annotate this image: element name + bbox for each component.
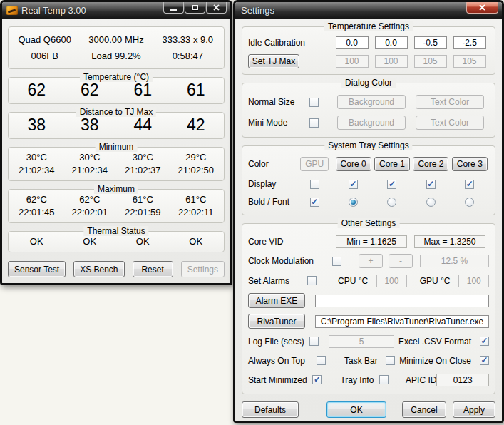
tray-info-label: Tray Info bbox=[340, 375, 379, 385]
core1-min-temp: 30°C bbox=[63, 152, 117, 163]
settings-titlebar[interactable]: Settings bbox=[235, 2, 502, 19]
dialog-color-legend: Dialog Color bbox=[341, 78, 396, 88]
temperature-panel: Temperature (°C) 62 62 61 61 bbox=[8, 77, 225, 104]
ok-button[interactable]: OK bbox=[326, 401, 386, 418]
clock-modulation-checkbox[interactable] bbox=[332, 257, 341, 266]
minimize-icon bbox=[170, 9, 177, 11]
rivatuner-button[interactable]: RivaTuner bbox=[248, 314, 305, 329]
cpu-name: Quad Q6600 bbox=[11, 34, 78, 45]
mini-mode-checkbox[interactable] bbox=[309, 118, 319, 128]
core1-thermal-status: OK bbox=[63, 236, 117, 247]
log-file-checkbox[interactable] bbox=[309, 337, 319, 346]
core1-color-button[interactable]: Core 1 bbox=[374, 157, 410, 171]
core-vid-min-value: Min = 1.1625 bbox=[336, 235, 407, 248]
core2-color-button[interactable]: Core 2 bbox=[413, 157, 448, 171]
cpu-info-panel: Quad Q6600 3000.00 MHz 333.33 x 9.0 006F… bbox=[8, 26, 225, 69]
settings-client-area: Temperature Settings Idle Calibration Se… bbox=[235, 19, 502, 421]
core0-temperature: 62 bbox=[10, 81, 63, 100]
font-core0-radio[interactable] bbox=[349, 198, 358, 207]
apply-button[interactable]: Apply bbox=[453, 401, 495, 418]
cpu-load: Load 99.2% bbox=[78, 51, 154, 61]
normal-size-label: Normal Size bbox=[248, 97, 295, 107]
apic-id-label: APIC ID bbox=[406, 375, 436, 385]
display-core1-checkbox[interactable] bbox=[387, 180, 396, 189]
always-on-top-checkbox[interactable] bbox=[317, 356, 326, 365]
display-core3-checkbox[interactable] bbox=[465, 180, 474, 189]
core0-min-temp: 30°C bbox=[10, 152, 63, 163]
core3-thermal-status: OK bbox=[170, 236, 223, 247]
idle-calibration-core0-input[interactable] bbox=[336, 36, 369, 49]
fsb-multiplier: 333.33 x 9.0 bbox=[155, 34, 221, 45]
core2-max-temp: 61°C bbox=[116, 194, 170, 205]
close-icon bbox=[479, 4, 485, 11]
normal-size-checkbox[interactable] bbox=[309, 98, 319, 107]
rivatuner-path-input[interactable] bbox=[315, 315, 489, 328]
set-alarms-checkbox[interactable] bbox=[307, 276, 317, 285]
tj-max-core1-value: 100 bbox=[375, 55, 408, 68]
idle-calibration-core2-input[interactable] bbox=[414, 36, 447, 49]
core3-min-time: 21:02:50 bbox=[170, 165, 223, 175]
core1-max-temp: 62°C bbox=[63, 194, 117, 205]
mini-background-button: Background bbox=[337, 116, 406, 130]
maximize-button[interactable] bbox=[185, 1, 205, 14]
display-core2-checkbox[interactable] bbox=[426, 180, 436, 189]
core1-temperature: 62 bbox=[63, 81, 117, 100]
font-core3-radio[interactable] bbox=[465, 198, 474, 207]
other-settings-group: Other Settings Core VID Min = 1.1625 Max… bbox=[242, 223, 495, 394]
core3-color-button[interactable]: Core 3 bbox=[452, 157, 488, 171]
realtemp-titlebar[interactable]: Real Temp 3.00 bbox=[2, 2, 230, 19]
start-minimized-checkbox[interactable] bbox=[312, 375, 322, 384]
clock-modulation-label: Clock Modulation bbox=[248, 256, 332, 266]
system-tray-settings-group: System Tray Settings Color GPU Core 0 Co… bbox=[242, 145, 495, 215]
core2-min-time: 21:02:37 bbox=[116, 165, 170, 175]
reset-button[interactable]: Reset bbox=[133, 261, 173, 277]
display-gpu-checkbox[interactable] bbox=[310, 180, 319, 189]
gpu-alarm-label: GPU °C bbox=[420, 276, 451, 286]
cancel-button[interactable]: Cancel bbox=[402, 401, 446, 418]
settings-close-button[interactable] bbox=[466, 1, 498, 14]
gpu-alarm-value: 100 bbox=[458, 275, 489, 287]
font-core1-radio[interactable] bbox=[387, 198, 396, 207]
core3-distance: 42 bbox=[170, 116, 223, 135]
minimize-button[interactable] bbox=[163, 1, 184, 14]
task-bar-checkbox[interactable] bbox=[386, 356, 395, 365]
set-tj-max-button[interactable]: Set TJ Max bbox=[248, 54, 299, 68]
tj-max-core2-value: 105 bbox=[414, 55, 447, 68]
minimize-on-close-checkbox[interactable] bbox=[480, 356, 489, 365]
defaults-button[interactable]: Defaults bbox=[242, 401, 299, 418]
minimum-panel: Minimum 30°C 30°C 30°C 29°C 21:02:34 21:… bbox=[8, 147, 225, 181]
cpuid: 006FB bbox=[11, 51, 78, 61]
task-bar-label: Task Bar bbox=[344, 356, 386, 366]
modulation-plus-button: + bbox=[359, 254, 383, 268]
display-core0-checkbox[interactable] bbox=[349, 180, 358, 189]
csv-format-label: Excel .CSV Format bbox=[398, 337, 471, 347]
realtemp-window-title: Real Temp 3.00 bbox=[21, 5, 86, 16]
idle-calibration-label: Idle Calibration bbox=[248, 38, 332, 48]
idle-calibration-core3-input[interactable] bbox=[453, 36, 486, 49]
other-settings-legend: Other Settings bbox=[338, 218, 400, 228]
tray-display-label: Display bbox=[248, 179, 295, 189]
alarm-exe-button[interactable]: Alarm EXE bbox=[248, 293, 305, 308]
core0-color-button[interactable]: Core 0 bbox=[336, 157, 371, 171]
set-alarms-label: Set Alarms bbox=[248, 276, 307, 286]
csv-format-checkbox[interactable] bbox=[480, 337, 489, 346]
font-core2-radio[interactable] bbox=[426, 198, 436, 207]
alarm-exe-path-input[interactable] bbox=[315, 295, 489, 307]
bold-font-checkbox[interactable] bbox=[310, 198, 319, 207]
cpu-alarm-label: CPU °C bbox=[338, 276, 368, 286]
core3-temperature: 61 bbox=[170, 81, 223, 100]
tj-max-core0-value: 100 bbox=[336, 55, 369, 68]
dialog-color-group: Dialog Color Normal Size Background Text… bbox=[242, 83, 495, 138]
tray-info-checkbox[interactable] bbox=[379, 375, 389, 384]
xs-bench-button[interactable]: XS Bench bbox=[73, 261, 124, 277]
idle-calibration-core1-input[interactable] bbox=[375, 36, 408, 49]
temperature-settings-legend: Temperature Settings bbox=[324, 21, 413, 31]
realtemp-client-area: Quad Q6600 3000.00 MHz 333.33 x 9.0 006F… bbox=[2, 19, 230, 283]
start-minimized-label: Start Minimized bbox=[248, 375, 312, 385]
temperature-panel-legend: Temperature (°C) bbox=[80, 72, 153, 82]
core0-distance: 38 bbox=[10, 116, 63, 135]
tray-color-label: Color bbox=[248, 159, 295, 169]
distance-tjmax-panel: Distance to TJ Max 38 38 44 42 bbox=[8, 112, 225, 139]
sensor-test-button[interactable]: Sensor Test bbox=[8, 261, 66, 277]
close-button[interactable] bbox=[206, 1, 227, 14]
